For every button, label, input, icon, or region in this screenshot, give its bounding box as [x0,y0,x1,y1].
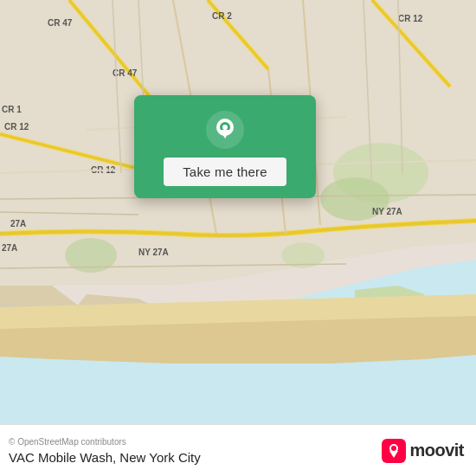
osm-attribution: © OpenStreetMap contributors [9,437,201,447]
svg-point-52 [391,446,396,451]
take-me-there-button[interactable]: Take me there [164,158,286,186]
svg-text:CR 12: CR 12 [4,122,29,132]
bottom-info: © OpenStreetMap contributors VAC Mobile … [9,437,201,465]
svg-text:27A: 27A [10,219,26,228]
location-pin-icon [206,111,244,149]
map-background: CR 47 CR 47 CR 2 CR 12 CR 12 CR 1 CR 12 … [0,0,476,424]
place-name: VAC Mobile Wash, New York City [9,450,201,465]
svg-text:CR 2: CR 2 [212,11,232,21]
svg-text:CR 47: CR 47 [48,18,73,28]
moovit-brand-icon [382,439,406,463]
svg-text:NY 27A: NY 27A [138,248,169,257]
svg-text:CR 1: CR 1 [2,105,22,114]
svg-text:27A: 27A [2,243,17,253]
svg-point-48 [222,125,228,130]
svg-text:CR 12: CR 12 [398,14,423,23]
moovit-logo: moovit [382,439,464,463]
map-container: CR 47 CR 47 CR 2 CR 12 CR 12 CR 1 CR 12 … [0,0,476,424]
moovit-brand-text: moovit [409,441,464,460]
bottom-bar: © OpenStreetMap contributors VAC Mobile … [0,424,476,476]
popup-card: Take me there [134,95,316,198]
svg-text:NY 27A: NY 27A [372,207,402,216]
